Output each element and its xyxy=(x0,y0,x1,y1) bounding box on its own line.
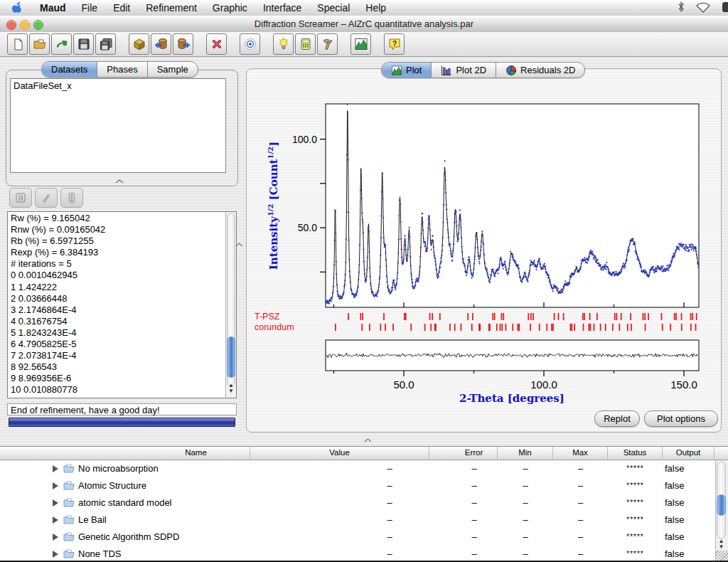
cell-output: false xyxy=(665,529,715,546)
tab-datasets[interactable]: Datasets xyxy=(42,62,97,77)
delete-button[interactable] xyxy=(206,33,227,55)
table-row[interactable]: Genetic Algorithm SDPD––––*****false xyxy=(0,529,715,546)
screen: MaudFileEditRefinementGraphicInterfaceSp… xyxy=(0,0,728,562)
lightbulb-icon xyxy=(277,37,291,51)
table-splitter-caret[interactable] xyxy=(364,438,372,442)
lightbulb-button[interactable] xyxy=(273,33,294,55)
splitter-caret[interactable] xyxy=(115,179,124,184)
plot-tab-bar: PlotPlot 2DResiduals 2D xyxy=(381,62,585,78)
menu-edit[interactable]: Edit xyxy=(105,2,138,14)
cell-error: – xyxy=(451,546,498,561)
minimize-window-button[interactable] xyxy=(20,20,30,30)
help-button[interactable]: ? xyxy=(384,33,405,55)
cell-output: false xyxy=(665,494,715,511)
table-row[interactable]: Atomic Structure––––*****false xyxy=(0,477,715,494)
pie-chart-icon xyxy=(505,65,517,76)
column-header-min[interactable]: Min xyxy=(498,447,553,459)
airport-icon[interactable] xyxy=(695,1,711,15)
table-row[interactable]: None TDS––––*****false xyxy=(0,546,715,561)
column-header-error[interactable]: Error xyxy=(429,447,498,459)
row-expander[interactable] xyxy=(53,551,58,558)
column-header-status[interactable]: Status xyxy=(608,447,663,459)
tab-plot[interactable]: Plot xyxy=(382,63,432,78)
close-window-button[interactable] xyxy=(6,20,16,30)
table-row[interactable]: No microabsorption––––*****false xyxy=(0,460,715,477)
toolbar-group xyxy=(129,33,193,55)
calculator-button[interactable] xyxy=(295,33,316,55)
column-header-value[interactable]: Value xyxy=(250,447,429,459)
window-resize-grip[interactable] xyxy=(715,551,728,561)
phase-label-t-psz: T-PSZ xyxy=(255,312,280,322)
cell-min: – xyxy=(498,546,553,561)
table-scrollbar-thumb[interactable] xyxy=(717,494,726,516)
cell-value: – xyxy=(350,511,429,529)
cut-off-menu-icon[interactable] xyxy=(721,1,728,16)
menu-special[interactable]: Special xyxy=(309,2,358,14)
dataset-action-button-1[interactable] xyxy=(9,188,32,208)
column-header-name[interactable]: Name xyxy=(0,447,250,459)
phase-label-corundum: corundum xyxy=(255,322,294,332)
replot-button[interactable]: Replot xyxy=(594,410,640,427)
cell-output: false xyxy=(665,460,715,477)
table-row[interactable]: Le Bail––––*****false xyxy=(0,511,715,529)
toolbar-group xyxy=(206,33,227,55)
database-import-button[interactable] xyxy=(151,33,171,55)
hammer-button[interactable] xyxy=(317,33,338,55)
left-panel: DatasetsPhasesSample DataFileSet_x Rw (%… xyxy=(6,60,238,435)
row-expander[interactable] xyxy=(53,534,58,541)
tab-plot-2d[interactable]: Plot 2D xyxy=(432,63,496,78)
tab-residuals-2d[interactable]: Residuals 2D xyxy=(496,63,584,78)
export-box-button[interactable] xyxy=(129,33,149,55)
menu-file[interactable]: File xyxy=(74,2,106,14)
table-splitter[interactable] xyxy=(0,435,728,446)
open-folder-button[interactable] xyxy=(29,33,50,55)
output-scrollbar-thumb[interactable] xyxy=(227,336,235,378)
database-export-button[interactable] xyxy=(173,33,193,55)
cell-name: Le Bail xyxy=(78,511,249,529)
tab-phases[interactable]: Phases xyxy=(97,62,147,77)
cell-status: ***** xyxy=(608,546,663,561)
bluetooth-icon[interactable] xyxy=(677,1,685,15)
cell-value: – xyxy=(350,494,429,511)
menu-help[interactable]: Help xyxy=(358,2,394,14)
save-all-button[interactable] xyxy=(95,33,116,55)
apple-icon[interactable] xyxy=(11,1,22,15)
cell-max: – xyxy=(553,460,608,477)
save-button[interactable] xyxy=(73,33,94,55)
plot-chart-button[interactable] xyxy=(350,33,371,55)
row-expander[interactable] xyxy=(53,516,58,524)
plot-options-button[interactable]: Plot options xyxy=(644,410,718,427)
cell-output: false xyxy=(665,511,715,529)
preview-eye-button[interactable] xyxy=(240,33,260,55)
new-document-button[interactable] xyxy=(7,33,28,55)
dataset-action-button-2[interactable] xyxy=(35,188,58,208)
save-all-icon xyxy=(99,37,113,51)
table-scrollbar-arrows[interactable]: ▲▼ xyxy=(717,539,726,550)
cell-value: – xyxy=(350,529,429,546)
zoom-window-button[interactable] xyxy=(33,20,43,30)
table-scrollbar[interactable]: ▲▼ xyxy=(715,460,728,551)
dataset-list[interactable]: DataFileSet_x xyxy=(10,78,226,173)
table-row[interactable]: atomic standard model––––*****false xyxy=(0,494,715,511)
y-axis-ticks xyxy=(320,139,326,272)
output-scrollbar-arrows[interactable]: ▲▼ xyxy=(227,383,235,394)
menu-interface[interactable]: Interface xyxy=(255,2,309,14)
cell-min: – xyxy=(498,511,553,529)
dataset-list-item[interactable]: DataFileSet_x xyxy=(11,79,225,92)
redo-arrow-button[interactable] xyxy=(51,33,72,55)
cell-max: – xyxy=(553,477,608,494)
column-header-output[interactable]: Output xyxy=(663,447,714,459)
output-scrollbar[interactable]: ▲▼ xyxy=(225,212,236,398)
column-header-max[interactable]: Max xyxy=(553,447,608,459)
row-expander[interactable] xyxy=(53,465,58,472)
menu-refinement[interactable]: Refinement xyxy=(138,2,205,14)
window-title-bar[interactable]: Diffraction Screamer – AlZrC quantitativ… xyxy=(0,16,728,33)
row-expander[interactable] xyxy=(53,482,58,489)
menu-maud[interactable]: Maud xyxy=(32,2,74,14)
dataset-action-button-3[interactable] xyxy=(60,188,83,208)
panel-divider-caret[interactable] xyxy=(235,243,243,247)
cell-error: – xyxy=(451,460,498,477)
tab-sample[interactable]: Sample xyxy=(148,62,198,77)
row-expander[interactable] xyxy=(53,499,58,507)
menu-graphic[interactable]: Graphic xyxy=(205,2,255,14)
